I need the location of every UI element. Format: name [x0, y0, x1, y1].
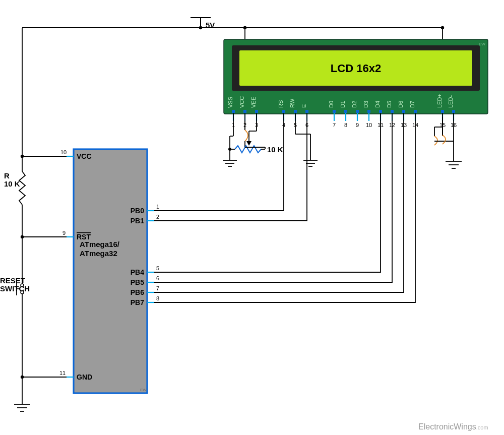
svg-rect-43	[367, 110, 370, 113]
lcd-pin-led+: LED+	[436, 94, 443, 108]
svg-text:7: 7	[156, 285, 159, 291]
svg-text:10: 10	[366, 122, 372, 128]
svg-text:1: 1	[156, 204, 159, 210]
lcd-pin-vee: VEE	[250, 97, 257, 108]
data-lines	[154, 117, 415, 302]
mcu-pin-pb1: PB1	[131, 217, 144, 225]
lcd-pin-d1: D1	[340, 101, 346, 108]
lcd-pin-led-: LED-	[448, 95, 454, 108]
svg-text:EW: EW	[140, 388, 147, 392]
mcu-pin-pb6: PB6	[131, 288, 144, 296]
svg-text:7: 7	[333, 122, 336, 128]
lcd-pin-rw: RW	[289, 98, 295, 108]
credit: ElectronicWings.com	[418, 422, 488, 431]
svg-rect-28	[294, 110, 297, 113]
svg-rect-52	[402, 110, 405, 113]
svg-point-118	[21, 376, 24, 379]
svg-rect-55	[414, 110, 417, 113]
svg-rect-16	[232, 110, 235, 113]
svg-rect-25	[282, 110, 285, 113]
svg-text:R: R	[4, 171, 10, 180]
svg-point-11	[441, 26, 444, 29]
wire-pb0	[154, 117, 284, 211]
svg-rect-19	[243, 110, 246, 113]
svg-text:ATmega16/: ATmega16/	[80, 240, 120, 248]
contrast-pot: 10 K	[230, 117, 283, 154]
reset-label-2: SWITCH	[0, 284, 30, 293]
wire-pb4	[154, 117, 381, 272]
svg-text:9: 9	[356, 122, 359, 128]
wire-pb5	[154, 117, 392, 282]
wire-pb7	[154, 117, 415, 302]
mcu-pin-pb0: PB0	[131, 207, 144, 215]
svg-text:RST: RST	[77, 233, 91, 241]
lcd-pin-rs: RS	[278, 100, 284, 108]
lcd-pin-d6: D6	[398, 101, 404, 108]
lcd-title: LCD 16x2	[331, 62, 381, 75]
svg-point-6	[199, 26, 202, 29]
svg-text:VCC: VCC	[77, 152, 92, 160]
mcu-pin-pb5: PB5	[131, 278, 144, 286]
lcd-pin-vss: VSS	[227, 97, 233, 108]
left-power-column: R 10 K RESET SWITCH	[0, 155, 67, 411]
lcd-pin-d7: D7	[409, 101, 415, 108]
svg-text:5: 5	[156, 265, 159, 271]
wire-pb6	[154, 117, 404, 292]
svg-rect-34	[333, 110, 336, 113]
ground-led-icon	[446, 161, 462, 168]
svg-text:10: 10	[60, 149, 67, 155]
svg-rect-61	[452, 110, 455, 113]
lcd-pin-e: E	[301, 104, 307, 108]
svg-text:ATmega32: ATmega32	[80, 249, 117, 258]
ground-rw-icon	[303, 160, 318, 166]
svg-text:2: 2	[156, 214, 159, 220]
svg-text:8: 8	[156, 295, 159, 301]
lcd-pin-d4: D4	[374, 101, 381, 108]
svg-point-9	[243, 26, 246, 29]
lcd-pin-d2: D2	[351, 101, 357, 108]
svg-text:6: 6	[156, 275, 159, 281]
lcd-pin-d3: D3	[363, 101, 369, 108]
svg-text:8: 8	[344, 122, 347, 128]
svg-text:10 K: 10 K	[267, 145, 283, 154]
svg-rect-37	[344, 110, 347, 113]
lcd-pin-d0: D0	[328, 101, 334, 108]
mcu-pin-pb7: PB7	[131, 298, 144, 306]
lcd-pin-vcc: VCC	[239, 96, 245, 108]
svg-text:10 K: 10 K	[4, 179, 20, 188]
svg-rect-22	[255, 110, 258, 113]
svg-rect-46	[379, 110, 382, 113]
svg-rect-31	[305, 110, 308, 113]
svg-text:EW: EW	[479, 42, 485, 46]
svg-text:GND: GND	[77, 373, 92, 381]
reset-label-1: RESET	[0, 276, 25, 285]
ground-left-icon	[14, 404, 30, 411]
lcd-pin-d5: D5	[386, 101, 392, 108]
svg-marker-137	[246, 141, 251, 146]
svg-text:9: 9	[62, 230, 66, 236]
svg-rect-49	[391, 110, 394, 113]
mcu-pin-pb4: PB4	[131, 268, 144, 276]
ground-lcd-vss-icon	[223, 160, 237, 166]
svg-rect-40	[356, 110, 359, 113]
svg-rect-58	[441, 110, 444, 113]
svg-text:11: 11	[59, 370, 66, 376]
